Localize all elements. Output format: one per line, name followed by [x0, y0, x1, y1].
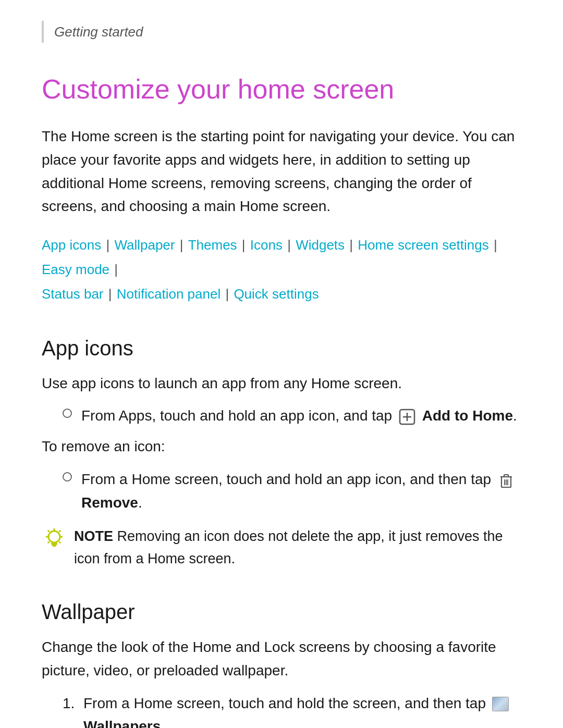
getting-started-label: Getting started — [54, 24, 143, 40]
svg-point-9 — [48, 531, 60, 542]
note-text: NOTE Removing an icon does not delete th… — [74, 525, 521, 570]
bullet-circle-icon — [63, 409, 72, 418]
bullet-text-add-to-home: From Apps, touch and hold an app icon, a… — [81, 404, 517, 428]
wallpaper-step-1: 1. From a Home screen, touch and hold th… — [63, 692, 521, 728]
wallpaper-numbered-list: 1. From a Home screen, touch and hold th… — [63, 692, 521, 728]
nav-link-themes[interactable]: Themes — [188, 237, 237, 253]
svg-rect-5 — [504, 475, 508, 477]
nav-link-home-screen-settings[interactable]: Home screen settings — [358, 237, 488, 253]
nav-link-status-bar[interactable]: Status bar — [42, 286, 104, 302]
step-1-text: From a Home screen, touch and hold the s… — [83, 692, 521, 728]
remove-icon — [497, 472, 515, 489]
bullet-circle-remove-icon — [63, 472, 72, 482]
svg-rect-19 — [52, 545, 56, 547]
bullet-add-to-home: From Apps, touch and hold an app icon, a… — [63, 404, 521, 428]
intro-text: The Home screen is the starting point fo… — [42, 125, 521, 218]
page-title: Customize your home screen — [42, 69, 521, 109]
svg-line-15 — [59, 541, 61, 543]
nav-link-easy-mode[interactable]: Easy mode — [42, 262, 109, 277]
section-title-wallpaper: Wallpaper — [42, 596, 521, 627]
nav-link-widgets[interactable]: Widgets — [296, 237, 345, 253]
note-box: NOTE Removing an icon does not delete th… — [42, 525, 521, 570]
section-body-app-icons: Use app icons to launch an app from any … — [42, 372, 521, 396]
svg-rect-18 — [51, 542, 57, 545]
nav-link-quick-settings[interactable]: Quick settings — [234, 286, 319, 302]
nav-link-app-icons[interactable]: App icons — [42, 237, 101, 253]
svg-line-16 — [59, 530, 61, 532]
bullet-text-remove: From a Home screen, touch and hold an ap… — [81, 468, 521, 515]
nav-links: App icons | Wallpaper | Themes | Icons |… — [42, 233, 521, 306]
nav-link-wallpaper[interactable]: Wallpaper — [114, 237, 175, 253]
section-title-app-icons: App icons — [42, 332, 521, 364]
step-number-1: 1. — [63, 692, 83, 715]
svg-line-17 — [48, 541, 50, 543]
section-body-wallpaper: Change the look of the Home and Lock scr… — [42, 636, 521, 683]
bullet-remove: From a Home screen, touch and hold an ap… — [63, 468, 521, 515]
wallpapers-thumb-icon — [492, 697, 509, 711]
note-bulb-icon — [42, 526, 67, 551]
to-remove-text: To remove an icon: — [42, 435, 521, 459]
add-to-home-icon — [398, 408, 416, 426]
nav-link-icons[interactable]: Icons — [250, 237, 283, 253]
nav-link-notification-panel[interactable]: Notification panel — [117, 286, 221, 302]
svg-line-14 — [48, 530, 50, 532]
